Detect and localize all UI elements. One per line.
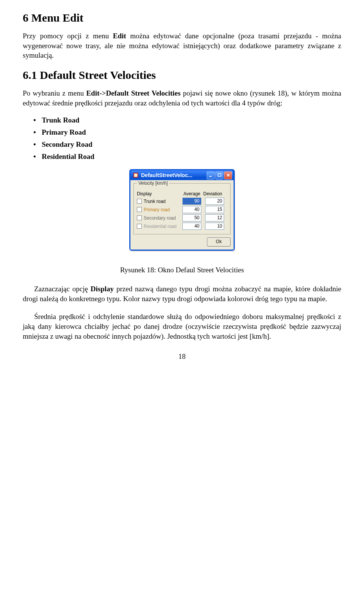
close-button[interactable] xyxy=(224,171,232,179)
text: Przy pomocy opcji z menu xyxy=(23,32,113,40)
groupbox-legend: Velocity [km/h] xyxy=(137,181,169,186)
bold-text: Edit xyxy=(113,32,126,40)
list-item: Residential Road xyxy=(42,152,341,161)
velocity-groupbox: Velocity [km/h] Display Average Deviatio… xyxy=(133,183,231,234)
dialog-body: Velocity [km/h] Display Average Deviatio… xyxy=(130,180,234,250)
average-input[interactable]: 40 xyxy=(182,223,201,230)
list-item: Trunk Road xyxy=(42,116,341,124)
bold-text: Edit->Default Street Velocities xyxy=(86,89,180,97)
ok-button[interactable]: Ok xyxy=(207,237,231,247)
road-label: Secondary road xyxy=(144,215,182,221)
display-checkbox[interactable] xyxy=(137,207,142,212)
deviation-input[interactable]: 20 xyxy=(205,198,224,205)
road-label: Residential road xyxy=(144,224,182,229)
velocity-row-primary: Primary road 40 15 xyxy=(137,206,227,213)
page-number: 18 xyxy=(23,352,341,361)
heading-1: 6 Menu Edit xyxy=(23,11,341,24)
deviation-input[interactable]: 15 xyxy=(205,206,224,213)
text: Po wybraniu z menu xyxy=(23,89,86,97)
svg-rect-1 xyxy=(134,174,137,177)
figure-caption: Rysunek 18: Okno Defaul Street Velocitie… xyxy=(23,266,341,274)
bold-text: Display xyxy=(91,285,114,293)
road-label: Trunk road xyxy=(144,199,182,204)
paragraph: Przy pomocy opcji z menu Edit można edyt… xyxy=(23,31,341,60)
column-average-label: Average xyxy=(182,191,201,196)
deviation-input[interactable]: 12 xyxy=(205,214,224,221)
app-icon xyxy=(133,172,139,178)
svg-rect-3 xyxy=(218,174,221,176)
list-item: Primary Road xyxy=(42,128,341,137)
svg-rect-2 xyxy=(209,176,212,177)
maximize-button[interactable] xyxy=(215,171,223,179)
average-input[interactable]: 90 xyxy=(182,198,201,205)
group-header: Display Average Deviation xyxy=(137,191,227,196)
dialog-title: DefaultStreetVeloc... xyxy=(141,172,204,178)
minimize-button[interactable] xyxy=(207,171,215,179)
column-display-label: Display xyxy=(137,191,182,196)
text: Zaznaczając opcję xyxy=(34,285,91,293)
road-label: Primary road xyxy=(144,207,182,212)
velocity-row-residential: Residential road 40 10 xyxy=(137,223,227,230)
paragraph: Po wybraniu z menu Edit->Default Street … xyxy=(23,88,341,108)
dialog-window: DefaultStreetVeloc... Velocity [km/h] xyxy=(129,169,235,251)
display-checkbox[interactable] xyxy=(137,224,142,229)
paragraph: Zaznaczając opcję Display przed nazwą da… xyxy=(23,284,341,303)
average-input[interactable]: 40 xyxy=(182,206,201,213)
list-item: Secondary Road xyxy=(42,140,341,149)
column-deviation-label: Deviation xyxy=(201,191,224,196)
heading-2: 6.1 Default Street Velocities xyxy=(23,69,341,82)
display-checkbox[interactable] xyxy=(137,199,142,204)
paragraph: Średnia prędkość i odchylenie standardow… xyxy=(23,312,341,341)
dialog-titlebar[interactable]: DefaultStreetVeloc... xyxy=(130,170,233,180)
deviation-input[interactable]: 10 xyxy=(205,223,224,230)
dialog-footer: Ok xyxy=(133,237,231,247)
document-page: 6 Menu Edit Przy pomocy opcji z menu Edi… xyxy=(0,0,364,376)
display-checkbox[interactable] xyxy=(137,215,142,220)
figure: DefaultStreetVeloc... Velocity [km/h] xyxy=(23,169,341,274)
velocity-row-secondary: Secondary road 50 12 xyxy=(137,214,227,221)
road-types-list: Trunk Road Primary Road Secondary Road R… xyxy=(23,116,341,161)
average-input[interactable]: 50 xyxy=(182,214,201,221)
velocity-row-trunk: Trunk road 90 20 xyxy=(137,198,227,205)
